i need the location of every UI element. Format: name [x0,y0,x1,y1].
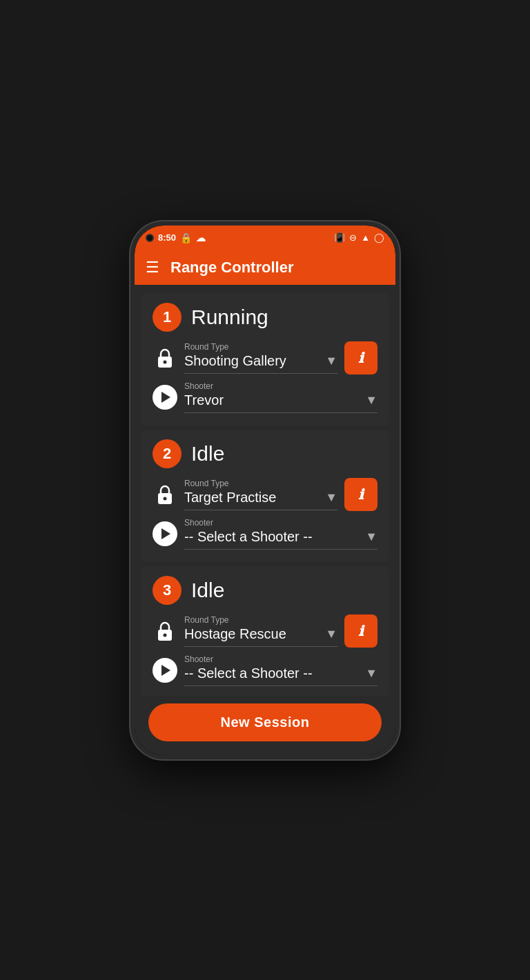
lane-1-shooter-value: Trevor [184,392,360,408]
svg-point-3 [164,497,167,500]
app-title: Range Controller [170,259,293,277]
lane-1-round-type-arrow: ▼ [325,354,337,368]
lane-2-shooter-arrow: ▼ [365,530,377,544]
lane-1-lock-icon [153,346,177,370]
wifi-icon: ▲ [361,232,370,243]
lane-3-round-type-value: Hostage Rescue [184,626,320,642]
lane-card-2: 2 Idle Round Type [141,430,389,562]
main-content: 1 Running Round Type [135,285,395,695]
lane-2-shooter-select[interactable]: -- Select a Shooter -- ▼ [184,529,377,550]
lane-3-play-circle[interactable] [153,658,177,683]
camera-dot [146,234,154,242]
lane-2-shooter-content: Shooter -- Select a Shooter -- ▼ [184,518,377,550]
status-left: 8:50 🔒 ☁ [146,232,206,243]
lane-2-shooter-label: Shooter [184,518,377,528]
info-icon: ℹ [358,350,364,366]
lane-1-round-type-row: Round Type Shooting Gallery ▼ ℹ [153,341,377,374]
lane-2-round-type-arrow: ▼ [325,490,337,505]
cloud-icon: ☁ [196,232,206,243]
lane-2-round-type-label: Round Type [184,479,337,488]
lane-1-shooter-select[interactable]: Trevor ▼ [184,392,377,413]
lane-1-badge: 1 [153,303,181,332]
status-right: 📳 ⊖ ▲ ◯ [334,232,384,243]
lane-3-status: Idle [191,579,224,602]
svg-point-5 [164,633,167,637]
lane-3-lock-icon [153,619,177,643]
lane-2-round-type-value: Target Practise [184,490,320,506]
lane-1-info-button[interactable]: ℹ [344,341,377,374]
lane-2-lock-icon [153,482,177,507]
phone-device: 8:50 🔒 ☁ 📳 ⊖ ▲ ◯ ☰ Range Controller 1 [130,221,400,759]
lane-2-play-triangle [161,528,170,539]
lane-1-play-triangle [161,392,170,403]
lane-2-shooter-row: Shooter -- Select a Shooter -- ▼ [153,518,377,550]
info-icon-2: ℹ [358,486,364,503]
app-header: ☰ Range Controller [135,250,395,285]
phone-screen: 8:50 🔒 ☁ 📳 ⊖ ▲ ◯ ☰ Range Controller 1 [135,226,395,755]
menu-icon[interactable]: ☰ [146,259,159,277]
lane-card-3: 3 Idle Round Type [141,566,389,695]
lane-1-shooter-row: Shooter Trevor ▼ [153,381,377,413]
svg-point-1 [164,360,167,363]
lane-3-shooter-content: Shooter -- Select a Shooter -- ▼ [184,654,377,686]
lane-3-info-button[interactable]: ℹ [344,614,377,648]
lane-2-play-icon[interactable] [153,521,177,546]
lane-1-play-circle[interactable] [153,385,177,410]
lane-2-round-type-select[interactable]: Target Practise ▼ [184,490,337,510]
lane-2-badge: 2 [153,439,181,468]
battery-icon: ◯ [374,232,384,243]
lane-1-shooter-arrow: ▼ [365,393,377,408]
lane-1-play-icon[interactable] [153,385,177,410]
lane-3-play-triangle [161,665,170,676]
lane-3-round-type-content: Round Type Hostage Rescue ▼ [184,615,337,647]
lane-3-round-type-row: Round Type Hostage Rescue ▼ ℹ [153,614,377,648]
lane-3-shooter-arrow: ▼ [365,666,377,681]
new-session-button[interactable]: New Session [148,703,382,741]
vibrate-icon: 📳 [334,232,345,243]
lane-3-shooter-value: -- Select a Shooter -- [184,666,360,681]
lane-1-shooter-label: Shooter [184,381,377,391]
lane-2-round-type-content: Round Type Target Practise ▼ [184,479,337,510]
lane-1-round-type-select[interactable]: Shooting Gallery ▼ [184,353,337,374]
lane-1-round-type-value: Shooting Gallery [184,353,320,369]
bottom-bar: New Session [135,695,395,755]
lane-1-shooter-content: Shooter Trevor ▼ [184,381,377,413]
info-icon-3: ℹ [358,623,364,639]
lane-3-shooter-row: Shooter -- Select a Shooter -- ▼ [153,654,377,686]
lane-2-play-circle[interactable] [153,521,177,546]
lane-1-round-type-label: Round Type [184,342,337,352]
lane-3-header: 3 Idle [153,576,377,605]
lane-3-round-type-arrow: ▼ [325,627,337,641]
lane-2-shooter-value: -- Select a Shooter -- [184,529,360,545]
lane-3-play-icon[interactable] [153,658,177,683]
lane-1-round-type-content: Round Type Shooting Gallery ▼ [184,342,337,374]
lane-3-shooter-label: Shooter [184,654,377,664]
lane-3-round-type-label: Round Type [184,615,337,625]
status-bar: 8:50 🔒 ☁ 📳 ⊖ ▲ ◯ [135,226,395,250]
lane-1-header: 1 Running [153,303,377,332]
lane-3-shooter-select[interactable]: -- Select a Shooter -- ▼ [184,666,377,686]
lane-1-status: Running [191,306,268,329]
lock-status-icon: 🔒 [180,232,192,243]
status-time: 8:50 [158,232,176,243]
lane-card-1: 1 Running Round Type [141,293,389,426]
lane-2-header: 2 Idle [153,439,377,468]
lane-2-round-type-row: Round Type Target Practise ▼ ℹ [153,478,377,511]
minus-circle-icon: ⊖ [349,232,357,243]
lane-3-badge: 3 [153,576,181,605]
lane-2-status: Idle [191,442,224,466]
lane-2-info-button[interactable]: ℹ [344,478,377,511]
lane-3-round-type-select[interactable]: Hostage Rescue ▼ [184,626,337,647]
